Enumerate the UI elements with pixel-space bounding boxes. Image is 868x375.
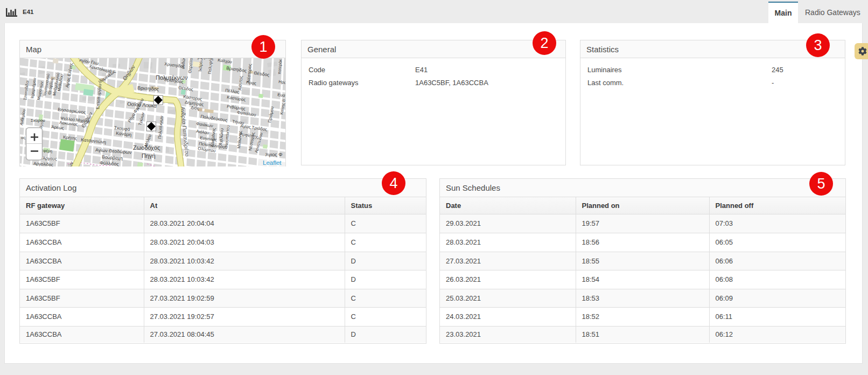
svg-text:Αργολίδος: Αργολίδος bbox=[33, 161, 53, 166]
svg-text:Πηγή: Πηγή bbox=[142, 152, 156, 159]
svg-text:Φύλλιδος: Φύλλιδος bbox=[100, 160, 119, 166]
svg-text:Leaflet: Leaflet bbox=[263, 159, 282, 166]
svg-text:Άργους: Άργους bbox=[43, 156, 57, 162]
svg-text:Άγιος Φ: Άγιος Φ bbox=[265, 152, 282, 157]
svg-text:Τ: Τ bbox=[137, 107, 139, 112]
svg-text:ος: ος bbox=[21, 135, 25, 140]
